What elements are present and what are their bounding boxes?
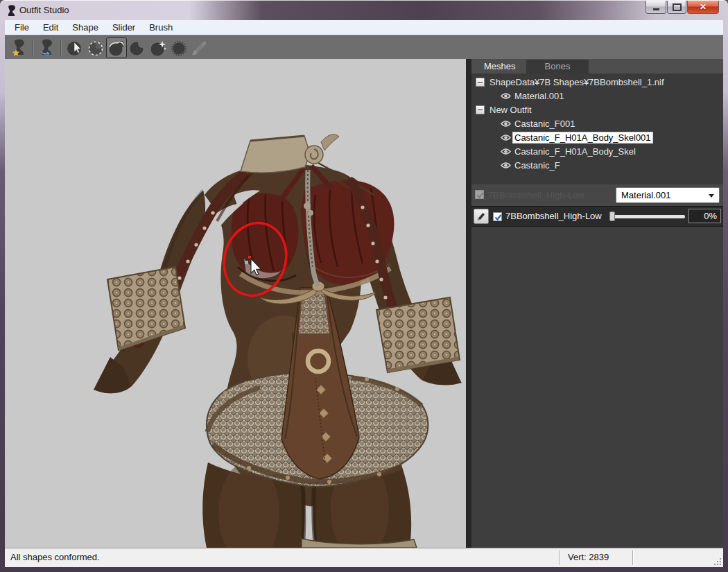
panel-splitter[interactable] [466, 59, 471, 548]
select-tool-button[interactable] [64, 37, 85, 58]
status-message: All shapes conformed. [10, 552, 100, 562]
paintbrush-icon [191, 39, 209, 57]
slider-thumb[interactable] [609, 211, 615, 221]
pencil-icon [476, 211, 486, 221]
sphere-cursor-icon [66, 39, 84, 57]
eye-visibility-icon[interactable] [501, 134, 511, 141]
edit-slider-button[interactable] [474, 209, 489, 224]
chevron-down-icon [709, 194, 714, 198]
slider-track[interactable] [610, 215, 685, 218]
dropdown-value: Material.001 [621, 190, 671, 200]
figure-star-icon [10, 39, 28, 57]
toolbar [5, 35, 723, 59]
menu-brush[interactable]: Brush [142, 20, 180, 35]
tab-bones[interactable]: Bones [526, 60, 589, 73]
minimize-button[interactable] [645, 1, 666, 14]
slider-label: 7BBombshell_High-Low [505, 211, 602, 221]
resize-grip[interactable] [714, 558, 721, 565]
smooth-brush-button[interactable] [168, 37, 189, 58]
tree-item-label: Castanic_F_H01A_Body_Skel001 [513, 132, 652, 143]
tree-row-selected[interactable]: Castanic_F_H01A_Body_Skel001 [471, 130, 723, 144]
deflate-brush-button[interactable] [127, 37, 148, 58]
eye-visibility-icon[interactable] [501, 120, 511, 128]
load-project-button[interactable] [9, 37, 30, 58]
viewport-3d[interactable] [5, 59, 466, 548]
menu-file[interactable]: File [8, 20, 36, 35]
tree-row[interactable]: ShapeData¥7B Shapes¥7BBombshell_1.nif [471, 75, 723, 89]
sphere-move-icon [149, 39, 167, 57]
shapes-tree: ShapeData¥7B Shapes¥7BBombshell_1.nif Ma… [471, 73, 723, 184]
disabled-slider-label: 7BBombshell_High-Low [488, 190, 584, 200]
outfit-studio-window: Outfit Studio ✕ File Edit Shape Slider B… [0, 0, 728, 572]
tree-row[interactable]: Castanic_F001 [471, 116, 723, 130]
weight-brush-button [189, 37, 210, 58]
sphere-deflate-icon [128, 39, 146, 57]
mask-brush-button[interactable] [85, 37, 106, 58]
status-separator [559, 551, 560, 565]
sphere-masked-icon [87, 39, 105, 57]
tree-item-label: Castanic_F001 [513, 119, 576, 129]
collapse-icon[interactable] [476, 78, 485, 87]
panel-tabs: Meshes Bones [471, 59, 723, 73]
inflate-brush-button[interactable] [106, 37, 127, 58]
menu-edit[interactable]: Edit [36, 20, 65, 35]
eye-visibility-icon[interactable] [501, 92, 511, 100]
tab-meshes[interactable]: Meshes [484, 59, 516, 73]
sphere-inflate-icon [107, 39, 125, 57]
collapse-icon[interactable] [476, 105, 485, 114]
tree-item-label: Castanic_F_H01A_Body_Skel [513, 146, 637, 157]
texture-row: 7BBombshell_High-Low Material.001 [471, 184, 723, 206]
maximize-button[interactable] [667, 1, 686, 14]
move-brush-button[interactable] [148, 37, 168, 58]
tree-item-label: Material.001 [513, 91, 566, 101]
slider-value[interactable]: 0% [688, 209, 721, 223]
vertex-count: Vert: 2839 [568, 552, 609, 562]
menu-shape[interactable]: Shape [65, 20, 105, 35]
tree-row[interactable]: Castanic_F_H01A_Body_Skel [471, 144, 723, 158]
toolbar-separator [60, 40, 62, 56]
status-bar: All shapes conformed. Vert: 2839 [5, 548, 723, 567]
maximize-icon [673, 3, 682, 11]
sphere-smooth-icon [170, 39, 188, 57]
close-button[interactable]: ✕ [687, 1, 719, 14]
app-icon [6, 5, 17, 19]
tree-row[interactable]: Material.001 [471, 89, 723, 103]
material-dropdown[interactable]: Material.001 [616, 187, 720, 203]
toolbar-separator [33, 40, 34, 56]
disabled-checkbox [475, 190, 484, 199]
load-reference-button[interactable] [37, 37, 58, 58]
minimize-icon [653, 8, 659, 10]
slider-checkbox[interactable] [493, 212, 502, 221]
figure-arrow-icon [38, 39, 56, 57]
model-render [5, 59, 466, 548]
tree-item-label: New Outfit [488, 105, 533, 115]
tree-item-label: ShapeData¥7B Shapes¥7BBombshell_1.nif [488, 77, 666, 87]
title-bar: Outfit Studio ✕ [0, 0, 728, 21]
menu-bar: File Edit Shape Slider Brush [5, 20, 723, 35]
close-icon: ✕ [700, 2, 707, 12]
eye-visibility-icon[interactable] [501, 148, 511, 155]
tree-row[interactable]: New Outfit [471, 103, 723, 116]
eye-visibility-icon[interactable] [501, 162, 511, 169]
tree-row[interactable]: Castanic_F [471, 158, 723, 172]
menu-slider[interactable]: Slider [105, 20, 142, 35]
tree-item-label: Castanic_F [513, 160, 562, 171]
status-separator [632, 551, 634, 565]
shapes-panel: Meshes Bones ShapeData¥7B Shapes¥7BBombs… [471, 59, 723, 548]
window-title: Outfit Studio [19, 5, 69, 15]
slider-row: 7BBombshell_High-Low 0% [471, 206, 723, 227]
